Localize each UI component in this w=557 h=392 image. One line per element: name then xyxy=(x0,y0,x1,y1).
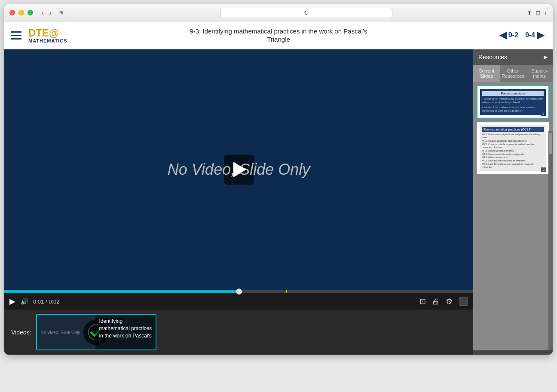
resources-title: Resources xyxy=(478,54,507,61)
resources-tabs: Current Slides Other Resources Supple-me… xyxy=(473,65,553,82)
slide-thumbnail-2[interactable]: The mathematical practices (CCSS) MP.1. … xyxy=(477,122,549,175)
slide-1-number: 1 xyxy=(541,111,546,116)
share-button[interactable]: ⬆ xyxy=(527,9,532,16)
address-bar[interactable]: ↻ xyxy=(220,8,392,18)
settings-icon[interactable]: ⚙ xyxy=(446,297,453,306)
resources-header: Resources ▶ xyxy=(473,49,553,65)
slide-1-content: • Which of the mathematical practices ar… xyxy=(482,97,544,113)
volume-button[interactable]: 🔊 xyxy=(21,298,28,305)
next-lesson-label[interactable]: 9-4 xyxy=(525,31,535,39)
time-current: 0:01 / 0:02 xyxy=(33,298,59,305)
sidebar-scroll-thumb[interactable] xyxy=(549,133,552,154)
videos-label: Videos: xyxy=(11,329,31,336)
resources-content: Focus questions • Which of the mathemati… xyxy=(473,82,553,355)
progress-handle[interactable] xyxy=(236,289,242,295)
refresh-icon[interactable]: ↻ xyxy=(304,9,309,16)
page-title: 9-3: Identifying mathematical practices … xyxy=(190,27,367,44)
pip-icon[interactable]: 🖨 xyxy=(432,297,440,306)
sidebar-scrollbar[interactable] xyxy=(548,131,553,355)
forward-button[interactable]: › xyxy=(47,8,53,18)
app-header: DTE@ MATHEMATICS 9-3: Identifying mathem… xyxy=(4,21,553,49)
logo-dte-text: DTE@ xyxy=(28,27,67,39)
slide-1-inner: Focus questions • Which of the mathemati… xyxy=(480,89,546,115)
maximize-button[interactable] xyxy=(28,10,33,15)
cast-icon[interactable]: ⬛ xyxy=(459,297,468,306)
add-button[interactable]: + xyxy=(544,9,548,16)
slide-2-number: 2 xyxy=(541,167,546,172)
minimize-button[interactable] xyxy=(18,10,24,15)
address-bar-area: ↻ xyxy=(100,8,513,18)
title-bar: ‹ › ⊞ ↻ ⬆ ⊡ + xyxy=(4,4,553,21)
prev-lesson-arrow[interactable]: ◀ xyxy=(499,30,507,41)
resources-expand-icon[interactable]: ▶ xyxy=(544,54,548,60)
play-pause-button[interactable]: ▶ xyxy=(9,297,15,306)
sidebar-bottom-bar xyxy=(473,350,553,355)
slide-2-inner: The mathematical practices (CCSS) MP.1. … xyxy=(480,125,546,172)
lesson-navigation: ◀ 9-2 9-4 ▶ xyxy=(499,30,544,41)
main-content: No Video, Slide Only ▶ 🔊 0:01 / xyxy=(4,49,553,355)
video-thumbnail-1[interactable]: No Video, Slide Only Identifying mathema… xyxy=(36,314,156,350)
progress-bar[interactable] xyxy=(4,290,473,293)
app-window: ‹ › ⊞ ↻ ⬆ ⊡ + DTE@ MATHEMATICS xyxy=(4,4,553,355)
slide-thumbnail-1[interactable]: Focus questions • Which of the mathemati… xyxy=(477,85,549,119)
video-controls: ▶ 🔊 0:01 / 0:02 ⊡ 🖨 ⚙ ⬛ xyxy=(4,290,473,310)
resources-sidebar: Resources ▶ Current Slides Other Resourc… xyxy=(473,49,553,355)
tab-icon[interactable]: ⊞ xyxy=(57,9,65,17)
thumb-title-text: Identifying mathematical practices in th… xyxy=(99,318,152,346)
next-lesson-arrow[interactable]: ▶ xyxy=(537,30,544,41)
theater-mode-icon[interactable]: ⊡ xyxy=(419,297,426,306)
thumb-title-overlay: Identifying mathematical practices in th… xyxy=(95,315,156,349)
progress-marker xyxy=(286,290,287,293)
video-area: No Video, Slide Only ▶ 🔊 0:01 / xyxy=(4,49,473,355)
traffic-lights xyxy=(9,10,33,15)
controls-bar: ▶ 🔊 0:01 / 0:02 ⊡ 🖨 ⚙ ⬛ xyxy=(4,293,473,310)
video-player[interactable]: No Video, Slide Only xyxy=(4,49,473,290)
close-button[interactable] xyxy=(9,10,15,15)
tab-current-slides[interactable]: Current Slides xyxy=(473,65,500,82)
no-video-label: No Video, Slide Only xyxy=(168,161,310,179)
progress-filled xyxy=(4,290,239,293)
slide-1-title: Focus questions xyxy=(482,91,544,96)
slide-2-title: The mathematical practices (CCSS) xyxy=(482,127,544,132)
thumb-no-video-text: No Video, Slide Only xyxy=(40,330,80,334)
prev-lesson-label[interactable]: 9-2 xyxy=(508,31,518,39)
logo: DTE@ MATHEMATICS xyxy=(28,27,67,43)
hamburger-menu[interactable] xyxy=(11,31,21,40)
window-controls-right: ⬆ ⊡ + xyxy=(527,9,548,16)
new-tab-button[interactable]: ⊡ xyxy=(536,9,541,16)
thumb-background: No Video, Slide Only Identifying mathema… xyxy=(37,315,156,349)
logo-math-text: MATHEMATICS xyxy=(28,38,67,43)
controls-right: ⊡ 🖨 ⚙ ⬛ xyxy=(419,297,468,306)
tab-other-resources[interactable]: Other Resources xyxy=(500,65,526,82)
thumbnail-strip: Videos: No Video, Slide Only Identifying… xyxy=(4,310,473,355)
browser-nav-buttons: ‹ › xyxy=(40,8,53,18)
back-button[interactable]: ‹ xyxy=(40,8,46,18)
slide-2-content: MP.1. Make sense of problems and perseve… xyxy=(482,133,544,170)
tab-supplements[interactable]: Supple-ments xyxy=(526,65,553,82)
